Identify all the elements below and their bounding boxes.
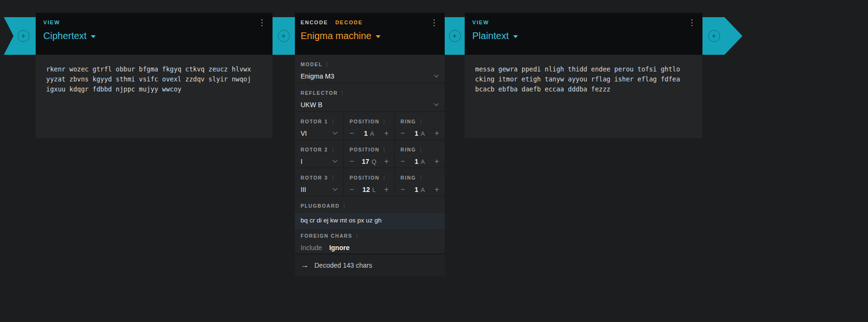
model-value: Enigma M3 [301, 72, 334, 80]
add-brick-button[interactable]: + [449, 30, 461, 42]
rotor1-label: ROTOR 1 [301, 119, 333, 124]
pipe-start-arrow: + [4, 17, 36, 55]
add-brick-button[interactable]: + [708, 30, 720, 42]
rotor2-select[interactable]: I [301, 157, 338, 166]
plaintext-menu-button[interactable]: ⋮ [688, 19, 696, 27]
brick-category-label: VIEW [472, 20, 695, 25]
decrement-button[interactable]: − [350, 130, 354, 137]
ciphertext-menu-button[interactable]: ⋮ [258, 19, 266, 27]
model-label: MODEL [301, 62, 327, 67]
rotor2-position-value: 17Q [362, 158, 377, 165]
pipe-canvas: + + + + VIEW Ciphertext ⋮ rkenr wozec gt… [0, 0, 868, 322]
field-rotor2-position: POSITION − 17Q + [344, 140, 395, 168]
rotor1-value: VI [301, 130, 307, 137]
rotor2-ring-stepper: − 1A + [400, 157, 439, 166]
ciphertext-title-dropdown[interactable]: Ciphertext [43, 30, 265, 41]
chevron-down-icon [333, 186, 338, 191]
field-foreign-chars: FOREIGN CHARS Include Ignore [295, 226, 445, 254]
foreign-chars-include-option[interactable]: Include [301, 244, 322, 252]
rotor3-position-stepper: − 12L + [350, 185, 389, 194]
increment-button[interactable]: + [384, 186, 389, 193]
plus-icon: + [282, 32, 286, 40]
plus-icon: + [452, 32, 457, 40]
chevron-down-icon [434, 101, 439, 106]
reflector-select[interactable]: UKW B [301, 100, 439, 110]
add-brick-button[interactable]: + [18, 30, 29, 42]
rotor1-position-stepper: − 1A + [350, 129, 389, 138]
enigma-title: Enigma machine [301, 30, 371, 41]
decrement-button[interactable]: − [400, 130, 405, 137]
brick-plaintext: VIEW Plaintext ⋮ messa gewra ppedi nligh… [465, 13, 702, 138]
enigma-settings: MODEL Enigma M3 REFLECTOR UKW B ROTOR 1 [295, 55, 445, 276]
dropdown-caret-icon [91, 35, 96, 38]
arrow-right-icon: → [301, 261, 309, 270]
pipe-connector: + [273, 17, 295, 55]
add-brick-button[interactable]: + [278, 30, 290, 42]
plaintext-title-dropdown[interactable]: Plaintext [472, 30, 695, 41]
chevron-down-icon [434, 73, 439, 78]
pipe-end-arrow: + [702, 17, 742, 55]
ciphertext-content[interactable]: rkenr wozec gtrfl obbur bfgma fkgyq ctkv… [36, 55, 273, 138]
rotor3-row: ROTOR 3 III POSITION − 12L + RING [295, 168, 445, 196]
rotor3-value: III [301, 186, 306, 193]
position-label: POSITION [350, 175, 384, 181]
ciphertext-title: Ciphertext [43, 30, 87, 41]
tab-decode[interactable]: DECODE [335, 20, 363, 25]
increment-button[interactable]: + [384, 158, 389, 165]
rotor3-label: ROTOR 3 [301, 175, 333, 181]
field-model: MODEL Enigma M3 [295, 55, 445, 83]
foreign-chars-toggle: Include Ignore [301, 243, 439, 252]
pipe-connector: + [445, 17, 465, 55]
enigma-menu-button[interactable]: ⋮ [430, 19, 438, 27]
rotor1-row: ROTOR 1 VI POSITION − 1A + RING [295, 112, 445, 140]
plaintext-title: Plaintext [472, 30, 509, 41]
position-label: POSITION [350, 119, 384, 124]
field-rotor3-position: POSITION − 12L + [344, 168, 395, 196]
model-select[interactable]: Enigma M3 [301, 71, 439, 81]
brick-category-label: VIEW [43, 20, 265, 25]
foreign-chars-ignore-option[interactable]: Ignore [329, 244, 350, 252]
tab-encode[interactable]: ENCODE [301, 20, 328, 25]
dropdown-caret-icon [513, 35, 518, 38]
rotor1-position-value: 1A [364, 130, 374, 137]
mode-tabs: ENCODE DECODE [301, 20, 437, 25]
brick-enigma: ENCODE DECODE Enigma machine ⋮ MODEL Eni… [295, 13, 445, 276]
chevron-down-icon [333, 158, 338, 163]
rotor3-position-value: 12L [362, 186, 376, 193]
rotor2-value: I [301, 158, 302, 165]
field-plugboard: PLUGBOARD bq cr di ej kw mt os px uz gh [295, 196, 445, 226]
decrement-button[interactable]: − [400, 186, 405, 193]
enigma-header: ENCODE DECODE Enigma machine ⋮ [295, 13, 445, 55]
ring-label: RING [400, 119, 421, 124]
enigma-title-dropdown[interactable]: Enigma machine [301, 30, 437, 41]
rotor2-row: ROTOR 2 I POSITION − 17Q + RING [295, 140, 445, 168]
increment-button[interactable]: + [435, 158, 439, 165]
decrement-button[interactable]: − [350, 158, 354, 165]
rotor2-ring-value: 1A [415, 158, 425, 165]
chevron-down-icon [333, 130, 338, 135]
field-rotor1: ROTOR 1 VI [295, 112, 344, 140]
status-text: Decoded 143 chars [314, 262, 372, 269]
position-label: POSITION [350, 147, 384, 152]
plaintext-content[interactable]: messa gewra ppedi nligh thidd endee pero… [465, 55, 702, 138]
plaintext-header: VIEW Plaintext ⋮ [465, 13, 702, 55]
rotor1-ring-stepper: − 1A + [400, 129, 439, 138]
status-bar: → Decoded 143 chars [295, 254, 445, 276]
field-rotor2-ring: RING − 1A + [395, 140, 445, 168]
field-rotor1-ring: RING − 1A + [395, 112, 445, 140]
decrement-button[interactable]: − [400, 158, 405, 165]
field-rotor3: ROTOR 3 III [295, 168, 344, 196]
increment-button[interactable]: + [384, 130, 389, 137]
foreign-chars-label: FOREIGN CHARS [301, 233, 357, 239]
rotor1-select[interactable]: VI [301, 129, 338, 138]
plus-icon: + [712, 32, 716, 40]
brick-ciphertext: VIEW Ciphertext ⋮ rkenr wozec gtrfl obbu… [36, 13, 273, 138]
increment-button[interactable]: + [435, 186, 439, 193]
field-rotor3-ring: RING − 1A + [395, 168, 445, 196]
rotor2-position-stepper: − 17Q + [350, 157, 389, 166]
rotor3-select[interactable]: III [301, 185, 338, 194]
decrement-button[interactable]: − [350, 186, 354, 193]
plugboard-label: PLUGBOARD [301, 203, 344, 209]
increment-button[interactable]: + [435, 130, 439, 137]
rotor1-ring-value: 1A [415, 130, 425, 137]
